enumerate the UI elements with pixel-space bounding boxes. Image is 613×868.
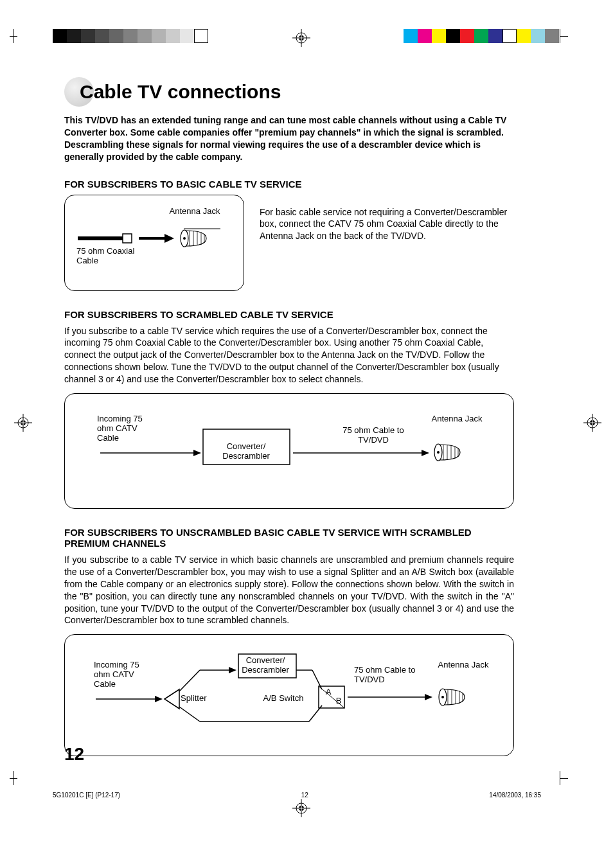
page-content: Cable TV connections This TV/DVD has an …: [64, 77, 514, 756]
page-number: 12: [64, 744, 84, 765]
svg-marker-27: [164, 234, 174, 243]
footer-left: 5G10201C [E] (P12-17): [53, 792, 120, 799]
svg-marker-49: [155, 696, 163, 702]
svg-marker-63: [425, 694, 432, 700]
intro-text: This TV/DVD has an extended tuning range…: [64, 114, 514, 163]
svg-line-61: [319, 686, 344, 708]
svg-rect-54: [238, 654, 296, 678]
footer-right: 14/08/2003, 16:35: [489, 792, 541, 799]
svg-rect-38: [203, 429, 290, 465]
svg-marker-40: [422, 450, 429, 456]
diagram-basic: Antenna Jack 75 ohm Coaxial Cable: [64, 195, 244, 291]
svg-marker-50: [164, 689, 179, 709]
svg-marker-37: [193, 450, 201, 456]
section-heading-scrambled: FOR SUBSCRIBERS TO SCRAMBLED CABLE TV SE…: [64, 309, 514, 320]
color-strip: [404, 29, 559, 43]
section2-text: If you subscribe to a cable TV service w…: [64, 325, 514, 385]
svg-rect-25: [123, 234, 132, 243]
diagram-premium: Incoming 75 ohm CATV Cable Splitter Conv…: [64, 634, 514, 756]
section-heading-premium: FOR SUBSCRIBERS TO UNSCRAMBLED BASIC CAB…: [64, 527, 514, 549]
section3-text: If you subscribe to a cable TV service i…: [64, 554, 514, 626]
svg-point-29: [183, 237, 186, 240]
footer: 5G10201C [E] (P12-17) 12 14/08/2003, 16:…: [53, 792, 541, 799]
registration-mark-icon: [583, 414, 601, 432]
diagram-scrambled: Incoming 75 ohm CATV Cable Converter/ De…: [64, 393, 514, 509]
svg-point-65: [441, 696, 444, 698]
registration-mark-icon: [292, 799, 310, 817]
section-heading-basic: FOR SUBSCRIBERS TO BASIC CABLE TV SERVIC…: [64, 179, 514, 190]
grayscale-strip: [53, 29, 208, 43]
svg-point-42: [437, 451, 440, 454]
crop-marks-bottom: [13, 771, 600, 790]
svg-line-57: [179, 707, 200, 722]
section1-text: For basic cable service not requiring a …: [260, 195, 514, 243]
svg-rect-24: [78, 236, 123, 240]
svg-line-51: [179, 670, 200, 691]
registration-mark-icon: [14, 414, 32, 432]
footer-center: 12: [301, 792, 308, 799]
registration-mark-icon: [292, 29, 310, 47]
svg-marker-53: [229, 667, 236, 673]
page-title: Cable TV connections: [80, 81, 281, 103]
